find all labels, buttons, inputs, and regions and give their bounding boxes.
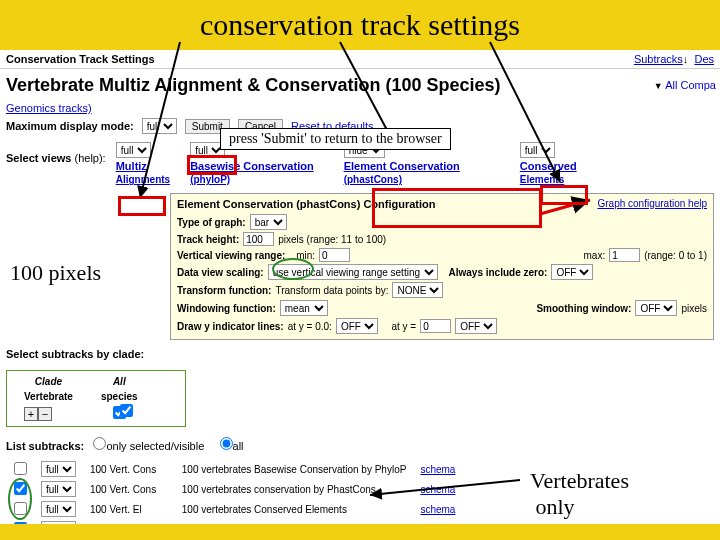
slide-title: conservation track settings [0, 8, 720, 42]
dvs-select[interactable]: use vertical viewing range setting [268, 264, 438, 280]
max-display-label: Maximum display mode: [6, 120, 134, 132]
view-multiz: full Multiz Alignments [116, 142, 170, 185]
track-height-input[interactable] [243, 232, 274, 246]
max-display-select[interactable]: full [142, 118, 177, 134]
subtrack-row: full100 Vert. El100 vertebrates Conserve… [8, 500, 461, 518]
list-subtracks-label: List subtracks: [6, 440, 84, 452]
subtrack-desc: 100 vertebrates Basewise Conservation by… [176, 460, 413, 478]
track-header: Vertebrate Multiz Alignment & Conservati… [0, 69, 720, 102]
schema-link[interactable]: schema [420, 504, 455, 515]
conserved-elements-select[interactable]: full [520, 142, 555, 158]
subtrack-vis-select[interactable]: full [41, 461, 76, 477]
subtrack-code: 100 Vert. Cons [84, 480, 174, 498]
views-help: (help): [75, 152, 106, 164]
schema-link[interactable]: schema [420, 464, 455, 475]
settings-title: Conservation Track Settings [6, 53, 155, 65]
genomics-tracks-link[interactable]: Genomics tracks) [0, 102, 92, 114]
subtrack-row: full100 Vert. Cons100 vertebrates conser… [8, 480, 461, 498]
dy1-select[interactable]: OFF [336, 318, 378, 334]
subtrack-check[interactable] [14, 462, 27, 475]
list-all-radio[interactable] [220, 437, 233, 450]
schema-link[interactable]: schema [420, 484, 455, 495]
tf-select[interactable]: NONE [392, 282, 443, 298]
callout-submit: press 'Submit' to return to the browser [220, 128, 451, 150]
subtrack-desc: 100 vertebrates Conserved Elements [176, 500, 413, 518]
graph-type-select[interactable]: bar [250, 214, 287, 230]
top-right-links: Subtracks↓ Des [634, 53, 714, 65]
track-title: Vertebrate Multiz Alignment & Conservati… [6, 75, 714, 96]
select-views-label: Select views [6, 152, 71, 164]
subtrack-vis-select[interactable]: full [41, 501, 76, 517]
graph-config-help-link[interactable]: Graph configuration help [597, 198, 707, 209]
description-link[interactable]: Des [694, 53, 714, 65]
dy2-select[interactable]: OFF [455, 318, 497, 334]
settings-top-row: Conservation Track Settings Subtracks↓ D… [0, 50, 720, 69]
subtrack-check[interactable] [14, 482, 27, 495]
clade-table: CladeAll Vertebratespecies +− [6, 370, 186, 427]
subtracks-link[interactable]: Subtracks [634, 53, 683, 65]
subtrack-check[interactable] [14, 502, 27, 515]
clade-minus-button[interactable]: − [38, 407, 52, 421]
wf-select[interactable]: mean [280, 300, 328, 316]
subtrack-code: 100 Vert. Cons [84, 460, 174, 478]
highlight-multiz-select [118, 196, 166, 216]
phastcons-config-panel: Element Conservation (phastCons) Configu… [170, 193, 714, 340]
subtrack-vis-select[interactable]: full [41, 481, 76, 497]
annot-100-pixels: 100 pixels [10, 260, 101, 286]
list-only-radio[interactable] [93, 437, 106, 450]
sw-select[interactable]: OFF [635, 300, 677, 316]
multiz-select[interactable]: full [116, 142, 151, 158]
vr-max-input[interactable] [609, 248, 640, 262]
dy-y2-input[interactable] [420, 319, 451, 333]
all-compa-link[interactable]: All Compa [654, 79, 716, 91]
subtrack-row: full100 Vert. Cons100 vertebrates Basewi… [8, 460, 461, 478]
aiz-select[interactable]: OFF [551, 264, 593, 280]
clade-plus-button[interactable]: + [24, 407, 38, 421]
list-subtracks-row: List subtracks: only selected/visible al… [0, 433, 720, 456]
view-conserved-elements: full Conserved Elements [520, 142, 577, 185]
slide-bottom-bar [0, 524, 720, 540]
vr-min-input[interactable] [319, 248, 350, 262]
select-clade-label: Select subtracks by clade: [6, 348, 144, 360]
subtrack-code: 100 Vert. El [84, 500, 174, 518]
slide-title-bar: conservation track settings [0, 0, 720, 50]
annot-vertebrates-only: Vertebrates only [530, 468, 629, 520]
clade-species-check[interactable] [120, 404, 133, 417]
subtrack-desc: 100 vertebrates conservation by PhastCon… [176, 480, 413, 498]
